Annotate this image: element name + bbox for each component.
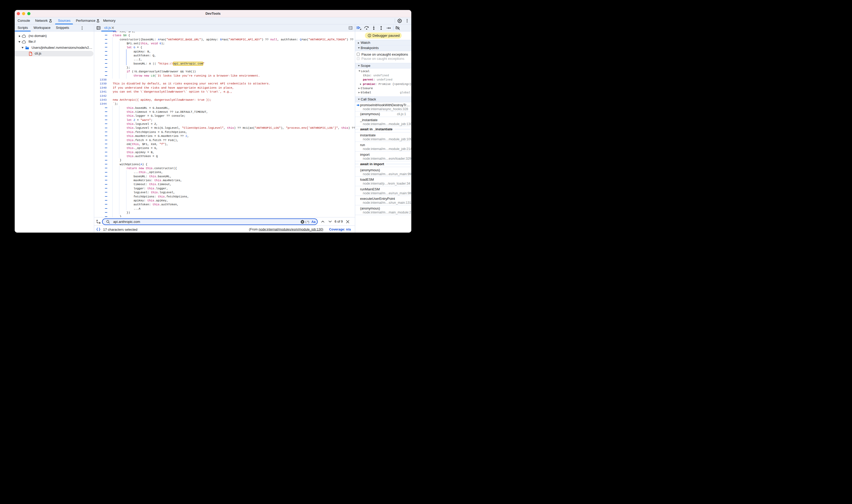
- svg-text:B: B: [99, 221, 101, 224]
- svg-text:(.*): (.*): [305, 220, 309, 223]
- svg-text:A: A: [96, 219, 98, 222]
